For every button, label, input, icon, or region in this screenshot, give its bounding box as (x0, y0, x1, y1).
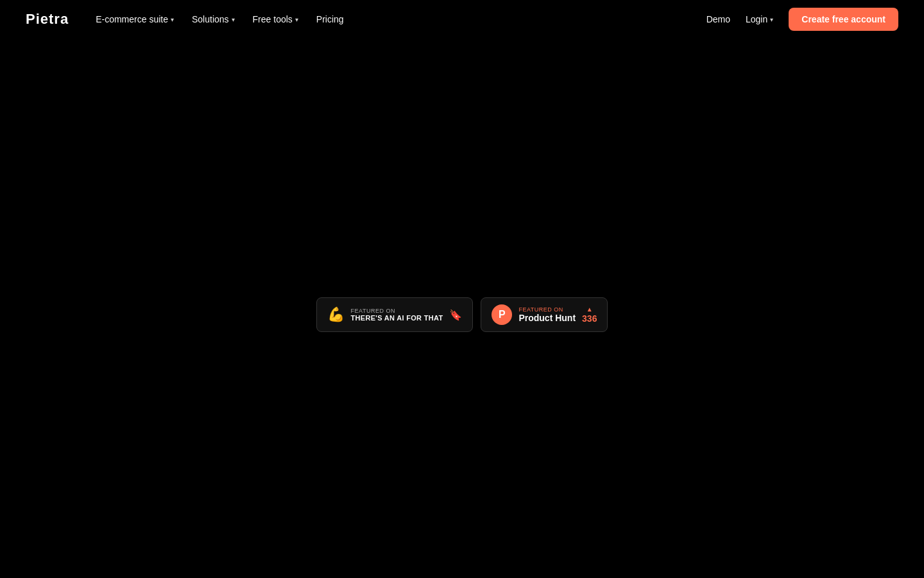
ph-featured-label: FEATURED ON (518, 306, 576, 313)
chevron-down-icon: ▾ (295, 16, 298, 23)
ph-badge-name: Product Hunt (518, 313, 576, 323)
nav-item-ecommerce[interactable]: E-commerce suite ▾ (89, 9, 180, 30)
chevron-down-icon: ▾ (232, 16, 235, 23)
login-link[interactable]: Login ▾ (746, 14, 773, 24)
nav-item-solutions[interactable]: Solutions ▾ (185, 9, 241, 30)
nav-links: E-commerce suite ▾ Solutions ▾ Free tool… (89, 9, 350, 30)
demo-link[interactable]: Demo (706, 14, 730, 24)
badges-row: 💪 FEATURED ON THERE'S AN AI FOR THAT 🔖 P… (316, 297, 608, 332)
product-hunt-badge[interactable]: P FEATURED ON Product Hunt ▲ 336 (481, 297, 608, 332)
ph-number: 336 (582, 313, 597, 324)
nav-item-freetools[interactable]: Free tools ▾ (246, 9, 305, 30)
nav-pricing-label: Pricing (316, 14, 344, 24)
ph-icon-letter: P (499, 309, 506, 320)
nav-freetools-label: Free tools (253, 14, 293, 24)
navbar-right: Demo Login ▾ Create free account (706, 8, 898, 31)
ai-badge-name: THERE'S AN AI FOR THAT (351, 314, 443, 322)
ai-featured-label: FEATURED ON (351, 308, 443, 314)
create-account-button[interactable]: Create free account (789, 8, 898, 31)
upvote-arrow-icon: ▲ (586, 306, 593, 313)
navbar-left: Pietra E-commerce suite ▾ Solutions ▾ Fr… (26, 9, 350, 30)
nav-item-pricing[interactable]: Pricing (310, 9, 350, 30)
product-hunt-icon: P (492, 304, 512, 325)
nav-ecommerce-label: E-commerce suite (96, 14, 168, 24)
logo[interactable]: Pietra (26, 11, 69, 28)
navbar: Pietra E-commerce suite ▾ Solutions ▾ Fr… (0, 0, 924, 39)
ph-vote-count: ▲ 336 (582, 306, 597, 324)
nav-solutions-label: Solutions (192, 14, 229, 24)
muscle-icon: 💪 (327, 306, 345, 323)
ai-badge-text: FEATURED ON THERE'S AN AI FOR THAT (351, 308, 443, 322)
ph-badge-text: FEATURED ON Product Hunt (518, 306, 576, 323)
chevron-down-icon: ▾ (770, 16, 773, 23)
chevron-down-icon: ▾ (171, 16, 174, 23)
login-label: Login (746, 14, 767, 24)
ai-for-that-badge[interactable]: 💪 FEATURED ON THERE'S AN AI FOR THAT 🔖 (316, 297, 474, 332)
main-content: 💪 FEATURED ON THERE'S AN AI FOR THAT 🔖 P… (0, 39, 924, 578)
bookmark-icon: 🔖 (449, 309, 462, 321)
